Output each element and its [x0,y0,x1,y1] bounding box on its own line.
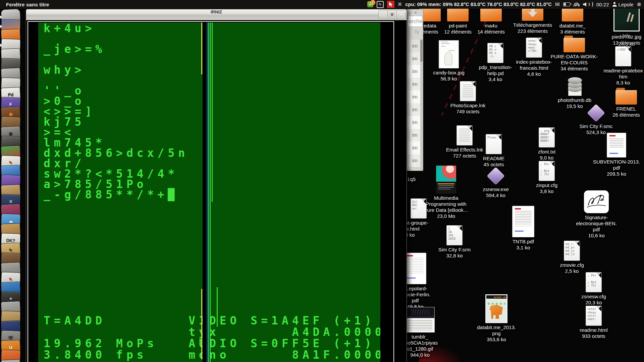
desktop-icon-fragment-1q5[interactable]: 1q5 [407,175,427,182]
icon-label: zsnesw.exe594,4 ko [471,186,521,198]
restore-button[interactable]: □ [409,10,411,14]
file-row[interactable]: im [407,141,420,154]
pdf-tall-icon [404,253,426,284]
notes-pen-glyph: ✎ [9,277,12,282]
desktop-icon-tntb-pdf[interactable]: TNTB.pdf3,1 ko [498,206,548,251]
glitch-stripe-green [212,22,213,202]
column-header-type[interactable]: Ty [407,27,423,35]
scrollbar[interactable] [420,40,423,170]
icon-label: readme.html933 octets [569,327,619,339]
file-code-icon: Où] RH/ as: [411,198,427,219]
pencil-icon: ✎ [379,2,382,7]
desktop-icon-folder-databit-me[interactable]: databit.me_3 éléments [547,5,598,35]
ubuntu-cd-glyph: ◉ [9,111,13,116]
file-code-icon: <htm! <heac <tit! <met: [586,306,602,326]
mail-icon[interactable]: ✉ [555,1,560,8]
file-row[interactable]: im [407,65,420,78]
emulator-titlebar[interactable]: IRNIZ × [26,9,407,20]
volume-icon[interactable] [583,1,593,7]
file-code-icon: ; eng 0000! 0000! 0000! [539,127,555,147]
desktop-icon-signature-electronique-ben[interactable]: Signature-electronique-BEN.pdf10,6 ko [571,190,622,239]
system-stats: cpu: 09% mem: 09% 82.8°C 83.0°C 78.0°C 8… [405,2,551,7]
emulator-screen[interactable]: k+4u> _je>=% why> ''_o >0_o <>>=] kj75 >… [38,22,380,362]
desktop-icon-readme-html[interactable]: <htm! <heac <tit! <met:readme.html933 oc… [569,306,619,339]
notes-icon[interactable]: ✎ [377,1,384,8]
icon-label: readme-pirateboxhtm8,3 ko [598,68,644,86]
db-icon [566,76,583,96]
desktop-icon-zmovie-cfg[interactable]: md_r: md_pc md_cc md_lczmovie.cfg2,5 ko [547,241,597,274]
desktop-icon-subvention-2013-pdf[interactable]: SUBVENTION-2013.pdf209,5 ko [591,133,642,177]
file-row[interactable]: im [407,90,420,103]
desktop-icon-databit-me-2013-png[interactable]: DATABIT.MEdatabit.me_2013.png353,6 ko [471,294,522,343]
emulator-content: k+4u> _je>=% why> ''_o >0_o <>>=] kj75 >… [26,20,407,362]
screenshot-cursor-icon[interactable] [387,1,394,8]
updates-badge: 2 [370,0,375,5]
desktop-icon-photoscape-lnk[interactable]: PhotoScape.lnk749 octets [443,81,493,115]
file-row[interactable]: im [407,40,420,52]
maximize-button[interactable] [387,10,397,19]
ocr-reader-glyph: DK? [6,238,15,243]
pdf-tall-icon [512,206,534,237]
glitch-stripe-yellow [201,289,202,359]
pencil-sketch-glyph: ✎ [9,247,13,252]
close-button[interactable]: × [396,10,406,19]
folder-icon [564,36,585,52]
desktop-icon-folder-pure-data-work[interactable]: PURE-DATA-WORK-EN-COURS34 éléments [549,36,599,72]
dock-item-tos-terminal[interactable]: TOS [1,359,21,362]
file-code-icon: Pleas [486,134,502,154]
file-row[interactable]: im [407,129,420,141]
ink-splat-glyph: ✦ [9,296,12,301]
desktop-icon-nt-groupe-w-html[interactable]: Où] RH/ as:nt-groupe-w.html0 ko [405,198,432,238]
file-manager-window[interactable]: □ × erche Ty imimimimimimimimimim [407,9,423,171]
glitch-stripe-yellow [201,22,202,74]
icon-label: candy-box.jpg56,9 ko [424,70,474,82]
battery-icon[interactable] [563,2,570,6]
file-row[interactable]: im [407,103,420,116]
desktop-icon-sim-city-f-smc[interactable]: Sim City F.smc524,3 ko [571,104,621,135]
wifi-icon[interactable] [574,2,580,6]
emulator-window[interactable]: IRNIZ × k+4u> _je>=% why> ''_o >0_o <>>=… [26,9,407,362]
username: Lepole [619,2,634,7]
icon-label: zsnesw.cfg20,3 ko [569,294,619,306]
file-manager-titlebar: □ × [407,9,423,14]
scrollbar-thumb[interactable] [420,40,423,62]
vinyl-player-glyph: ◉ [9,131,13,136]
file-row[interactable]: im [407,78,420,90]
close-button[interactable]: × [415,10,417,14]
file-row[interactable]: im [407,116,420,129]
search-input[interactable]: erche [408,16,423,27]
desktop-icon-zsnesw-cfg[interactable]: ; PSr ; Not ; 75/zsnesw.cfg20,3 ko [569,272,619,306]
icon-label: TNTB.pdf3,1 ko [498,239,548,251]
file-code-icon: #N c #X o #X o -1- [487,43,503,63]
window-indicator-arrow [0,44,4,47]
desktop-icon-candy-box-jpg[interactable]: candy-box.jpg56,9 ko [424,40,474,82]
window-buttons: × [379,10,406,19]
folder-icon [615,88,637,105]
poster-icon: DATABIT.ME [485,294,507,323]
desktop-icon-zinput-cfg[interactable]: ; PSr ; Not ; 75/zinput.cfg3,8 ko [522,161,572,194]
icon-label: Signature-electronique-BEN.pdf10,6 ko [571,215,622,239]
icon-label: databit.me_3 éléments [547,23,598,35]
icon-label: 1q5 [407,176,427,182]
desktop-icon-zsnesw-exe[interactable]: zsnesw.exe594,4 ko [471,167,521,198]
icon-label: databit.me_2013.png353,6 ko [471,324,522,343]
desktop-icon-zfont-txt[interactable]: ; eng 0000! 0000! 0000!zfont.txt9,0 ko [522,127,572,161]
user-menu[interactable]: Lepole [612,2,634,7]
updates-shield-icon[interactable]: ✓ 2 [367,1,373,7]
minimize-button[interactable] [378,10,388,19]
session-gear-icon[interactable]: ✻ [637,1,641,8]
desktop-icon-photo-lele-pieds[interactable]: lelepieds-l.oz.jpg13 éléments24,5 ko [601,6,644,47]
desktop-icon-readme[interactable]: PleasREADME45 octets [469,134,519,168]
desktop-icon-readme-piratebox[interactable]: <!DOCreadme-pirateboxhtm8,3 ko [598,46,644,86]
file-row[interactable]: im [407,154,420,167]
pure-data-glyph: Pd [8,92,13,97]
x-applet-icon[interactable]: ✖ [398,1,402,7]
file-code-icon: <htm! <heac <met: <!TM> [526,38,542,58]
file-row[interactable]: im [407,52,420,65]
diamond-icon [587,104,605,122]
clock[interactable]: 00:22 [596,2,609,7]
book-icon [436,166,456,194]
icon-label: nt-groupe-w.html0 ko [405,220,432,238]
photo-icon [613,6,640,32]
f-app-glyph: F [9,102,12,107]
